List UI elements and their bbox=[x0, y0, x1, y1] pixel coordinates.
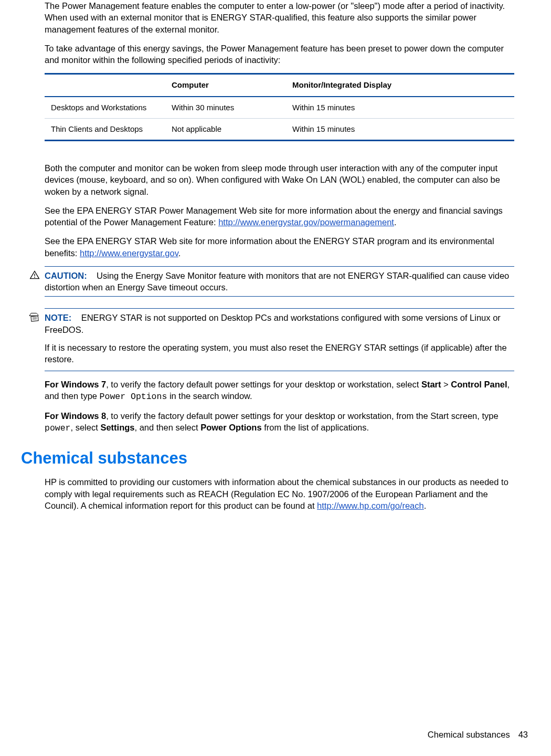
text-run: . bbox=[394, 217, 397, 227]
page-footer: Chemical substances43 bbox=[428, 729, 528, 740]
section-heading-chemical: Chemical substances bbox=[21, 447, 514, 469]
code-run: Power Options bbox=[100, 392, 167, 402]
energystar-link[interactable]: http://www.energystar.gov bbox=[80, 248, 178, 258]
table-header: Monitor/Integrated Display bbox=[286, 74, 514, 97]
text-run: from the list of applications. bbox=[262, 423, 369, 432]
caution-icon bbox=[29, 270, 40, 283]
code-run: power bbox=[45, 423, 71, 433]
bold-run: Power Options bbox=[200, 423, 261, 432]
bold-run: For Windows 7 bbox=[45, 380, 106, 389]
note-label: NOTE: bbox=[45, 313, 71, 322]
energystar-pm-link[interactable]: http://www.energystar.gov/powermanagemen… bbox=[218, 217, 394, 227]
svg-line-4 bbox=[33, 319, 37, 320]
footer-title: Chemical substances bbox=[428, 730, 510, 739]
body-text: For Windows 8, to verify the factory def… bbox=[45, 410, 514, 435]
table-cell: Within 15 minutes bbox=[286, 118, 514, 140]
table-cell: Thin Clients and Desktops bbox=[45, 118, 165, 140]
svg-point-1 bbox=[34, 277, 35, 278]
caution-label: CAUTION: bbox=[45, 271, 87, 280]
caution-callout: CAUTION: Using the Energy Save Monitor f… bbox=[45, 266, 514, 297]
bold-run: For Windows 8 bbox=[45, 411, 106, 421]
note-text bbox=[74, 313, 81, 322]
power-table: Computer Monitor/Integrated Display Desk… bbox=[45, 73, 514, 141]
note-text: If it is necessary to restore the operat… bbox=[45, 342, 514, 365]
caution-text bbox=[89, 271, 97, 280]
table-cell: Not applicable bbox=[165, 118, 286, 140]
bold-run: Start bbox=[421, 380, 441, 389]
svg-rect-2 bbox=[31, 316, 38, 322]
body-text: To take advantage of this energy savings… bbox=[45, 43, 514, 66]
table-cell: Desktops and Workstations bbox=[45, 97, 165, 119]
hp-reach-link[interactable]: http://www.hp.com/go/reach bbox=[317, 501, 424, 510]
text-run: HP is committed to providing our custome… bbox=[45, 477, 508, 510]
body-text: HP is committed to providing our custome… bbox=[45, 476, 514, 511]
body-text: The Power Management feature enables the… bbox=[45, 0, 514, 35]
page-number: 43 bbox=[518, 730, 528, 739]
caution-text: Using the Energy Save Monitor feature wi… bbox=[45, 271, 509, 292]
text-run: , to verify the factory default power se… bbox=[106, 411, 498, 421]
text-run: . bbox=[178, 248, 181, 258]
text-run: , select bbox=[71, 423, 101, 432]
body-text: For Windows 7, to verify the factory def… bbox=[45, 379, 514, 403]
svg-line-3 bbox=[33, 318, 37, 318]
text-run: , and then select bbox=[134, 423, 200, 432]
body-text: See the EPA ENERGY STAR Web site for mor… bbox=[45, 235, 514, 259]
body-text: See the EPA ENERGY STAR Power Management… bbox=[45, 205, 514, 228]
note-text: ENERGY STAR is not supported on Desktop … bbox=[45, 313, 501, 334]
text-run: . bbox=[424, 501, 427, 510]
text-run: > bbox=[441, 380, 451, 389]
table-row: Desktops and Workstations Within 30 minu… bbox=[45, 97, 514, 119]
table-header: Computer bbox=[165, 74, 286, 97]
table-header-row: Computer Monitor/Integrated Display bbox=[45, 74, 514, 97]
table-cell: Within 30 minutes bbox=[165, 97, 286, 119]
text-run: in the search window. bbox=[167, 391, 252, 401]
table-header bbox=[45, 74, 165, 97]
text-run: , to verify the factory default power se… bbox=[106, 380, 421, 389]
body-text: Both the computer and monitor can be wok… bbox=[45, 162, 514, 197]
bold-run: Settings bbox=[100, 423, 134, 432]
table-cell: Within 15 minutes bbox=[286, 97, 514, 119]
note-callout: NOTE: ENERGY STAR is not supported on De… bbox=[45, 308, 514, 371]
table-row: Thin Clients and Desktops Not applicable… bbox=[45, 118, 514, 140]
note-icon bbox=[29, 312, 40, 325]
bold-run: Control Panel bbox=[451, 380, 507, 389]
